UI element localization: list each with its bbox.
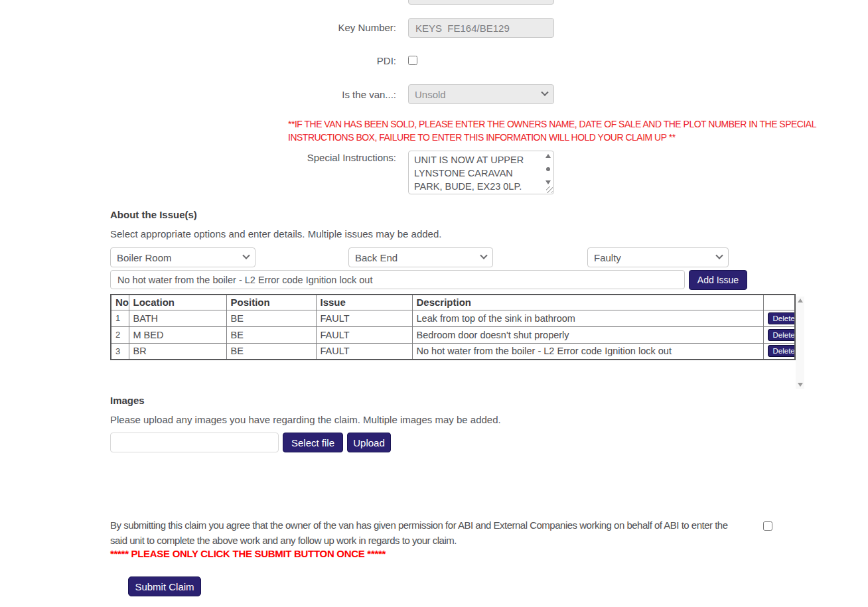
cell-issue: FAULT bbox=[316, 343, 412, 360]
sold-warning-text: **IF THE VAN HAS BEEN SOLD, PLEASE ENTER… bbox=[288, 117, 819, 144]
issue-detail-input[interactable] bbox=[110, 270, 685, 289]
issue-location-select[interactable]: Boiler Room bbox=[110, 247, 255, 267]
file-name-input[interactable] bbox=[110, 433, 279, 452]
agreement-checkbox[interactable] bbox=[763, 521, 772, 531]
key-number-input[interactable] bbox=[408, 18, 554, 38]
table-scrollbar[interactable] bbox=[796, 297, 804, 389]
delete-issue-button[interactable]: Delete bbox=[768, 329, 796, 341]
chevron-down-icon bbox=[715, 252, 723, 259]
submit-claim-button[interactable]: Submit Claim bbox=[128, 576, 201, 596]
agreement-text: By submitting this claim you agree that … bbox=[110, 517, 744, 548]
van-status-select[interactable]: Unsold bbox=[408, 84, 554, 104]
claim-form-page: Key Number: PDI: Is the van...: Unsold *… bbox=[0, 0, 868, 607]
scroll-up-icon[interactable] bbox=[798, 299, 803, 303]
column-header-issue: Issue bbox=[316, 295, 412, 310]
delete-issue-button[interactable]: Delete bbox=[768, 345, 796, 357]
scroll-up-icon[interactable] bbox=[545, 154, 551, 158]
issues-table: No Location Position Issue Description 1… bbox=[110, 294, 796, 360]
issue-location-selected-value: Boiler Room bbox=[117, 252, 172, 263]
table-row: 3 BR BE FAULT No hot water from the boil… bbox=[111, 343, 795, 360]
column-header-description: Description bbox=[412, 295, 763, 310]
images-instructions: Please upload any images you have regard… bbox=[110, 414, 501, 425]
cell-description: Leak from top of the sink in bathroom bbox=[412, 310, 763, 326]
cell-issue: FAULT bbox=[316, 326, 412, 343]
upload-button[interactable]: Upload bbox=[347, 433, 391, 452]
chevron-down-icon bbox=[480, 252, 487, 259]
cell-no: 2 bbox=[111, 326, 129, 343]
cell-description: No hot water from the boiler - L2 Error … bbox=[412, 343, 763, 360]
cell-position: BE bbox=[226, 343, 316, 360]
cell-no: 1 bbox=[111, 310, 129, 326]
images-heading: Images bbox=[110, 395, 145, 406]
cell-location: M BED bbox=[129, 326, 226, 343]
select-file-button[interactable]: Select file bbox=[283, 433, 343, 452]
resize-grip-icon[interactable] bbox=[546, 186, 553, 193]
issues-instructions: Select appropriate options and enter det… bbox=[110, 228, 441, 239]
scroll-down-icon[interactable] bbox=[545, 180, 551, 184]
column-header-position: Position bbox=[226, 295, 316, 310]
special-instructions-label: Special Instructions: bbox=[0, 152, 396, 163]
table-row: 1 BATH BE FAULT Leak from top of the sin… bbox=[111, 310, 795, 326]
column-header-no: No bbox=[111, 295, 129, 310]
pdi-label: PDI: bbox=[0, 55, 396, 66]
submit-once-warning: ***** PLEASE ONLY CLICK THE SUBMIT BUTTO… bbox=[110, 548, 386, 559]
column-header-location: Location bbox=[129, 295, 226, 310]
issue-type-select[interactable]: Faulty bbox=[587, 247, 729, 267]
issue-position-select[interactable]: Back End bbox=[348, 247, 493, 267]
van-status-label: Is the van...: bbox=[0, 89, 396, 100]
cell-no: 3 bbox=[111, 343, 129, 360]
issue-position-selected-value: Back End bbox=[355, 252, 398, 263]
cell-location: BATH bbox=[129, 310, 226, 326]
issues-heading: About the Issue(s) bbox=[110, 209, 197, 220]
delete-issue-button[interactable]: Delete bbox=[768, 312, 796, 324]
table-header-row: No Location Position Issue Description bbox=[111, 295, 795, 310]
issue-type-selected-value: Faulty bbox=[594, 252, 621, 263]
textarea-scrollbar[interactable] bbox=[543, 153, 552, 186]
chevron-down-icon bbox=[242, 252, 250, 259]
special-instructions-box: UNIT IS NOW AT UPPER LYNSTONE CARAVAN PA… bbox=[408, 151, 554, 194]
cell-position: BE bbox=[226, 310, 316, 326]
special-instructions-textarea[interactable]: UNIT IS NOW AT UPPER LYNSTONE CARAVAN PA… bbox=[409, 151, 553, 194]
column-header-actions bbox=[763, 295, 795, 310]
chevron-down-icon bbox=[541, 89, 548, 96]
previous-field-input[interactable] bbox=[408, 0, 554, 5]
pdi-checkbox[interactable] bbox=[408, 56, 417, 65]
key-number-label: Key Number: bbox=[0, 22, 396, 33]
cell-position: BE bbox=[226, 326, 316, 343]
add-issue-button[interactable]: Add Issue bbox=[689, 270, 747, 290]
cell-description: Bedroom door doesn't shut properly bbox=[412, 326, 763, 343]
cell-issue: FAULT bbox=[316, 310, 412, 326]
van-status-selected-value: Unsold bbox=[415, 89, 446, 100]
table-row: 2 M BED BE FAULT Bedroom door doesn't sh… bbox=[111, 326, 795, 343]
cell-location: BR bbox=[129, 343, 226, 360]
scroll-down-icon[interactable] bbox=[798, 383, 803, 387]
scroll-thumb[interactable] bbox=[546, 167, 550, 171]
